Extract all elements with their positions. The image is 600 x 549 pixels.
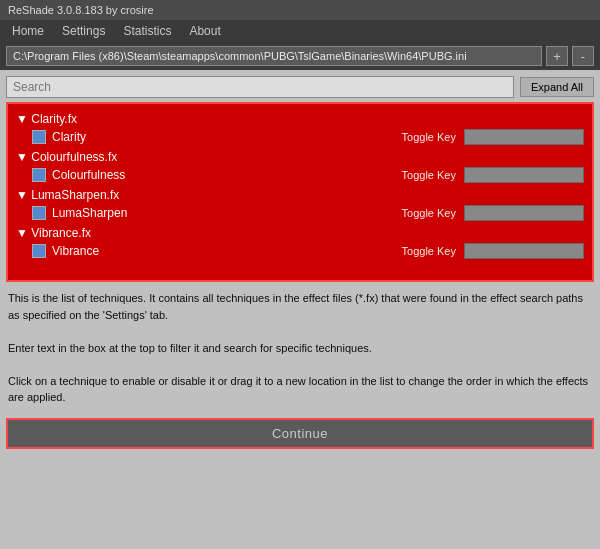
vibrance-color-box xyxy=(32,244,46,258)
add-path-button[interactable]: + xyxy=(546,46,568,66)
search-input[interactable] xyxy=(6,76,514,98)
menu-bar: Home Settings Statistics About xyxy=(0,20,600,42)
remove-path-button[interactable]: - xyxy=(572,46,594,66)
info-line2: Enter text in the box at the top to filt… xyxy=(8,340,592,357)
colourfulness-name[interactable]: Colourfulness xyxy=(52,168,125,182)
menu-about[interactable]: About xyxy=(181,22,228,40)
lumasharpen-toggle-label: Toggle Key xyxy=(402,207,456,219)
menu-home[interactable]: Home xyxy=(4,22,52,40)
vibrance-name[interactable]: Vibrance xyxy=(52,244,99,258)
info-text: This is the list of techniques. It conta… xyxy=(6,286,594,410)
fx-item-clarity: Clarity Toggle Key xyxy=(16,128,584,146)
clarity-toggle-label: Toggle Key xyxy=(402,131,456,143)
lumasharpen-color-box xyxy=(32,206,46,220)
clarity-name[interactable]: Clarity xyxy=(52,130,86,144)
colourfulness-toggle-label: Toggle Key xyxy=(402,169,456,181)
clarity-color-box xyxy=(32,130,46,144)
fx-group-vibrance[interactable]: ▼ Vibrance.fx xyxy=(16,226,584,240)
fx-group-colourfulness[interactable]: ▼ Colourfulness.fx xyxy=(16,150,584,164)
colourfulness-toggle-input[interactable] xyxy=(464,167,584,183)
fx-group-lumasharpen[interactable]: ▼ LumaSharpen.fx xyxy=(16,188,584,202)
menu-statistics[interactable]: Statistics xyxy=(115,22,179,40)
main-content: Expand All ▼ Clarity.fx Clarity Toggle K… xyxy=(0,70,600,455)
search-row: Expand All xyxy=(6,76,594,98)
info-line3: Click on a technique to enable or disabl… xyxy=(8,373,592,406)
clarity-toggle-input[interactable] xyxy=(464,129,584,145)
vibrance-toggle-input[interactable] xyxy=(464,243,584,259)
fx-group-clarity[interactable]: ▼ Clarity.fx xyxy=(16,112,584,126)
vibrance-toggle-label: Toggle Key xyxy=(402,245,456,257)
lumasharpen-toggle-input[interactable] xyxy=(464,205,584,221)
continue-row: Continue xyxy=(6,418,594,449)
continue-button[interactable]: Continue xyxy=(6,418,594,449)
path-bar: + - xyxy=(0,42,600,70)
title-bar: ReShade 3.0.8.183 by crosire xyxy=(0,0,600,20)
effects-list: ▼ Clarity.fx Clarity Toggle Key ▼ Colour… xyxy=(6,102,594,282)
expand-all-button[interactable]: Expand All xyxy=(520,77,594,97)
fx-item-lumasharpen: LumaSharpen Toggle Key xyxy=(16,204,584,222)
fx-item-colourfulness: Colourfulness Toggle Key xyxy=(16,166,584,184)
lumasharpen-name[interactable]: LumaSharpen xyxy=(52,206,127,220)
fx-item-vibrance: Vibrance Toggle Key xyxy=(16,242,584,260)
colourfulness-color-box xyxy=(32,168,46,182)
info-line1: This is the list of techniques. It conta… xyxy=(8,290,592,323)
menu-settings[interactable]: Settings xyxy=(54,22,113,40)
path-input[interactable] xyxy=(6,46,542,66)
title-label: ReShade 3.0.8.183 by crosire xyxy=(8,4,154,16)
